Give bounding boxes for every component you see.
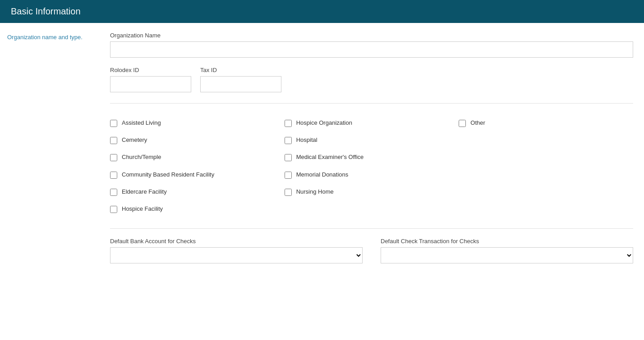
bank-account-group: Default Bank Account for Checks xyxy=(110,238,363,263)
checkbox-columns: Assisted Living Cemetery Church/Temple C… xyxy=(110,114,633,218)
org-name-section: Organization Name xyxy=(110,32,633,58)
tax-id-input[interactable] xyxy=(200,76,281,92)
bottom-fields-row: Default Bank Account for Checks Default … xyxy=(110,238,633,263)
checkbox-memorial-donations-input[interactable] xyxy=(285,172,292,179)
sidebar-label: Organization name and type. xyxy=(0,23,99,340)
checkboxes-section: Assisted Living Cemetery Church/Temple C… xyxy=(110,114,633,218)
checkbox-hospice-org[interactable]: Hospice Organization xyxy=(285,114,459,131)
checkbox-eldercare-input[interactable] xyxy=(110,189,117,196)
divider-1 xyxy=(110,103,633,104)
checkbox-medical-examiner[interactable]: Medical Examiner's Office xyxy=(285,149,459,166)
checkbox-hospital-input[interactable] xyxy=(285,137,292,144)
checkbox-church-temple[interactable]: Church/Temple xyxy=(110,149,285,166)
checkbox-memorial-donations[interactable]: Memorial Donations xyxy=(285,166,459,183)
checkbox-eldercare-label: Eldercare Facility xyxy=(122,188,167,196)
checkbox-nursing-home-input[interactable] xyxy=(285,189,292,196)
checkbox-col-1: Assisted Living Cemetery Church/Temple C… xyxy=(110,114,285,218)
checkbox-medical-examiner-label: Medical Examiner's Office xyxy=(296,153,364,161)
checkbox-medical-examiner-input[interactable] xyxy=(285,154,292,161)
checkbox-hospice-facility[interactable]: Hospice Facility xyxy=(110,200,285,218)
page-title: Basic Information xyxy=(11,6,81,16)
checkbox-community-based[interactable]: Community Based Resident Facility xyxy=(110,166,285,183)
main-form: Organization Name Rolodex ID Tax ID xyxy=(99,23,644,340)
checkbox-hospice-org-input[interactable] xyxy=(285,120,292,127)
bank-account-label: Default Bank Account for Checks xyxy=(110,238,363,245)
checkbox-church-temple-input[interactable] xyxy=(110,154,117,161)
checkbox-other-label: Other xyxy=(470,119,485,127)
check-transaction-label: Default Check Transaction for Checks xyxy=(381,238,633,245)
org-name-input[interactable] xyxy=(110,41,633,58)
checkbox-cemetery-input[interactable] xyxy=(110,137,117,144)
check-transaction-group: Default Check Transaction for Checks xyxy=(381,238,633,263)
tax-id-label: Tax ID xyxy=(200,67,281,73)
bottom-section: Default Bank Account for Checks Default … xyxy=(110,228,633,263)
checkbox-assisted-living-input[interactable] xyxy=(110,120,117,127)
checkbox-hospice-org-label: Hospice Organization xyxy=(296,119,352,127)
checkbox-col-3: Other xyxy=(459,114,633,218)
org-name-label: Organization Name xyxy=(110,32,633,39)
rolodex-id-label: Rolodex ID xyxy=(110,67,191,73)
checkbox-col-2: Hospice Organization Hospital Medical Ex… xyxy=(285,114,459,218)
checkbox-other[interactable]: Other xyxy=(459,114,633,131)
id-fields-row: Rolodex ID Tax ID xyxy=(110,67,633,92)
checkbox-community-based-label: Community Based Resident Facility xyxy=(122,171,214,179)
checkbox-nursing-home-label: Nursing Home xyxy=(296,188,334,196)
rolodex-id-input[interactable] xyxy=(110,76,191,92)
checkbox-community-based-input[interactable] xyxy=(110,172,117,179)
checkbox-eldercare[interactable]: Eldercare Facility xyxy=(110,183,285,200)
checkbox-nursing-home[interactable]: Nursing Home xyxy=(285,183,459,200)
checkbox-hospice-facility-input[interactable] xyxy=(110,206,117,213)
tax-id-group: Tax ID xyxy=(200,67,281,92)
checkbox-other-input[interactable] xyxy=(459,120,466,127)
checkbox-assisted-living[interactable]: Assisted Living xyxy=(110,114,285,131)
checkbox-cemetery-label: Cemetery xyxy=(122,136,147,144)
bank-account-select[interactable] xyxy=(110,247,363,263)
checkbox-assisted-living-label: Assisted Living xyxy=(122,119,161,127)
checkbox-church-temple-label: Church/Temple xyxy=(122,153,161,161)
checkbox-hospital-label: Hospital xyxy=(296,136,317,144)
page-header: Basic Information xyxy=(0,0,644,23)
check-transaction-select[interactable] xyxy=(381,247,633,263)
page-content: Organization name and type. Organization… xyxy=(0,23,644,340)
checkbox-cemetery[interactable]: Cemetery xyxy=(110,131,285,149)
checkbox-memorial-donations-label: Memorial Donations xyxy=(296,171,349,179)
checkbox-hospital[interactable]: Hospital xyxy=(285,131,459,149)
rolodex-id-group: Rolodex ID xyxy=(110,67,191,92)
checkbox-hospice-facility-label: Hospice Facility xyxy=(122,205,163,213)
